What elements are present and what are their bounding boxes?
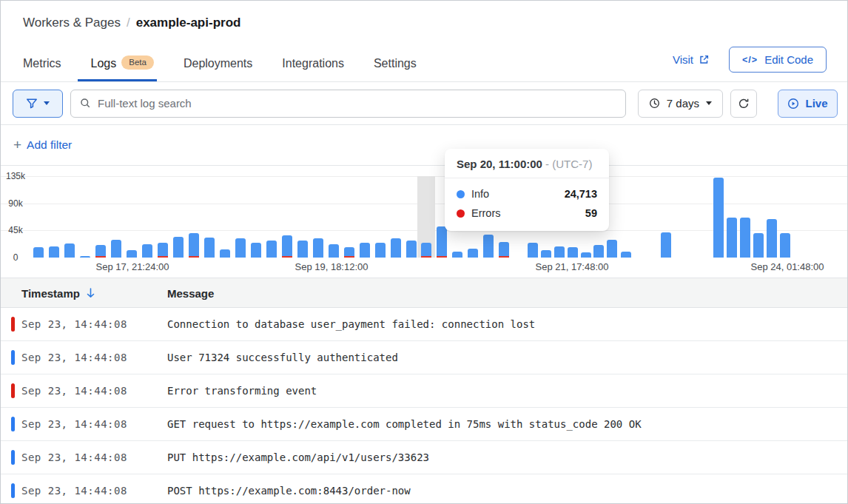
log-row[interactable]: Sep 23, 14:44:08User 71324 successfully … xyxy=(1,341,847,374)
chart-bar[interactable] xyxy=(127,250,137,258)
edit-code-label: Edit Code xyxy=(764,53,813,66)
tab-integrations[interactable]: Integrations xyxy=(282,56,344,81)
visit-label: Visit xyxy=(673,53,693,66)
tab-metrics[interactable]: Metrics xyxy=(23,56,61,81)
chevron-down-icon xyxy=(706,101,712,105)
chart-bar[interactable] xyxy=(142,244,152,258)
log-row[interactable]: Sep 23, 14:44:08POST https://example.com… xyxy=(1,474,847,504)
chart-bar[interactable] xyxy=(297,241,308,258)
chart-bar[interactable] xyxy=(189,233,199,258)
visit-link[interactable]: Visit xyxy=(673,53,710,66)
chart-bar[interactable] xyxy=(282,235,292,258)
tooltip-body: Info 24,713 Errors 59 xyxy=(445,178,609,231)
chart-bar[interactable] xyxy=(483,235,494,258)
log-row[interactable]: Sep 23, 14:44:08PUT https://example.com/… xyxy=(1,441,847,474)
tab-bar: Metrics Logs Beta Deployments Integratio… xyxy=(23,56,417,81)
live-button[interactable]: Live xyxy=(778,90,838,118)
chart-bar[interactable] xyxy=(452,252,462,258)
chart-bar[interactable] xyxy=(360,243,370,258)
chart-bar-errors-segment xyxy=(158,256,168,258)
filter-dropdown-button[interactable] xyxy=(13,90,63,118)
clock-icon xyxy=(649,98,660,109)
column-header-timestamp[interactable]: Timestamp xyxy=(21,286,95,299)
chevron-down-icon xyxy=(44,101,50,105)
log-row[interactable]: Sep 23, 14:44:08Connection to database u… xyxy=(1,308,847,341)
chart-bar[interactable] xyxy=(593,245,604,258)
tooltip-errors-row: Errors 59 xyxy=(457,204,597,223)
code-icon: </> xyxy=(742,55,758,65)
chart-bar[interactable] xyxy=(780,233,790,258)
tab-deployments[interactable]: Deployments xyxy=(184,56,252,81)
breadcrumb-current: example-api-prod xyxy=(136,16,241,30)
refresh-button[interactable] xyxy=(730,90,757,118)
chart-bar[interactable] xyxy=(64,243,75,258)
play-circle-icon xyxy=(787,98,799,110)
x-axis-tick: Sep 17, 21:24:00 xyxy=(95,261,169,272)
chart-bar[interactable] xyxy=(767,219,777,258)
external-link-icon xyxy=(699,54,710,65)
chart-bar[interactable] xyxy=(95,245,106,258)
live-label: Live xyxy=(805,97,827,110)
log-search-box[interactable] xyxy=(70,90,626,118)
chart-bar[interactable] xyxy=(33,247,44,258)
chart-bar[interactable] xyxy=(251,243,261,258)
x-axis-tick: Sep 21, 17:48:00 xyxy=(535,261,608,272)
log-timestamp: Sep 23, 14:44:08 xyxy=(21,418,127,430)
chart-bar[interactable] xyxy=(220,249,230,258)
chart-bar[interactable] xyxy=(554,246,565,258)
chart-bar[interactable] xyxy=(528,243,538,258)
tab-logs[interactable]: Logs Beta xyxy=(91,56,154,81)
chart-bar[interactable] xyxy=(266,241,277,258)
info-severity-indicator xyxy=(11,483,15,498)
chart-bar[interactable] xyxy=(158,243,168,258)
add-filter-link[interactable]: Add filter xyxy=(27,138,72,152)
chart-bar[interactable] xyxy=(111,240,121,258)
chart-bar[interactable] xyxy=(437,226,447,258)
edit-code-button[interactable]: </> Edit Code xyxy=(729,47,827,73)
tab-settings[interactable]: Settings xyxy=(374,56,417,81)
log-table: Timestamp Message Sep 23, 14:44:08Connec… xyxy=(1,278,847,504)
search-icon xyxy=(80,98,91,109)
chart-bar[interactable] xyxy=(329,244,339,258)
chart-bar[interactable] xyxy=(661,232,671,258)
time-range-button[interactable]: 7 days xyxy=(638,90,723,118)
chart-bar[interactable] xyxy=(740,218,750,258)
table-header: Timestamp Message xyxy=(1,278,847,308)
breadcrumb-section[interactable]: Workers & Pages xyxy=(23,16,121,30)
chart-bar[interactable] xyxy=(49,246,59,258)
errors-dot-icon xyxy=(457,209,465,218)
breadcrumb-separator: / xyxy=(127,16,130,30)
chart-bar[interactable] xyxy=(235,238,246,258)
chart-bar[interactable] xyxy=(313,238,323,258)
tooltip-timezone: - (UTC-7) xyxy=(545,158,592,170)
search-input[interactable] xyxy=(98,97,616,110)
chart-bar[interactable] xyxy=(468,249,478,258)
chart-bar[interactable] xyxy=(344,247,354,258)
workers-logs-page: Workers & Pages / example-api-prod Metri… xyxy=(0,0,848,504)
chart-bar[interactable] xyxy=(568,247,578,258)
chart-bar[interactable] xyxy=(80,256,90,258)
chart-bar[interactable] xyxy=(541,250,551,258)
chart-bar[interactable] xyxy=(753,233,764,258)
chart-bar-errors-segment xyxy=(499,256,509,258)
chart-bar[interactable] xyxy=(499,242,509,258)
chart-bar[interactable] xyxy=(173,237,184,258)
chart-bar[interactable] xyxy=(727,218,737,258)
chart-bar[interactable] xyxy=(581,252,591,258)
chart-bar[interactable] xyxy=(621,252,631,258)
log-toolbar: 7 days Live xyxy=(1,82,847,125)
log-timestamp: Sep 23, 14:44:08 xyxy=(21,451,127,463)
error-severity-indicator xyxy=(11,383,15,398)
log-row[interactable]: Sep 23, 14:44:08Error transforming event xyxy=(1,374,847,408)
chart-bar[interactable] xyxy=(204,238,215,258)
chart-bar[interactable] xyxy=(406,241,417,258)
chart-bar[interactable] xyxy=(607,240,617,258)
chart-bar[interactable] xyxy=(391,238,401,258)
chart-bar[interactable] xyxy=(375,243,386,258)
log-timestamp: Sep 23, 14:44:08 xyxy=(21,352,127,363)
log-row[interactable]: Sep 23, 14:44:08GET request to https://e… xyxy=(1,408,847,441)
log-message: POST https://example.com:8443/order-now xyxy=(167,485,411,497)
chart-bar[interactable] xyxy=(421,243,431,258)
log-message: User 71324 successfully authenticated xyxy=(167,352,398,363)
chart-bar[interactable] xyxy=(713,178,724,258)
